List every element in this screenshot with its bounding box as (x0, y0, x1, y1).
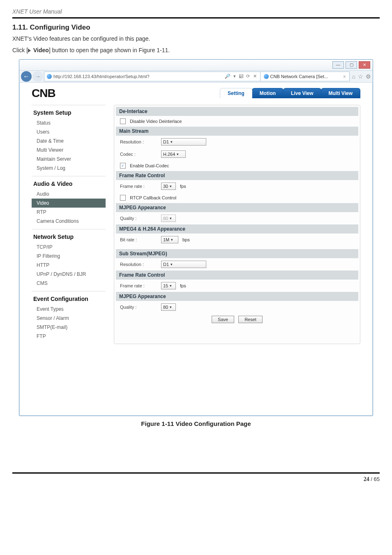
sidebar-item-ip-filtering[interactable]: IP Filtering (32, 252, 106, 261)
window-titlebar: — ▢ ✕ (19, 60, 373, 71)
select-main-resolution[interactable]: D1 (161, 138, 206, 146)
select-bitrate[interactable]: 1M (161, 236, 178, 243)
label-bitrate: Bit rate : (120, 237, 157, 242)
sidebar-head-event-config: Event Configuration (32, 294, 106, 305)
url-text: http://192.168.123.43/html/operator/Setu… (53, 74, 150, 79)
label-frame-rate-main: Frame rate : (120, 184, 157, 189)
sidebar-item-camera-conditions[interactable]: Camera Conditions (32, 217, 106, 226)
sidebar-item-system-log[interactable]: System / Log (32, 164, 106, 173)
select-sub-resolution[interactable]: D1 (161, 261, 206, 268)
reset-button[interactable]: Reset (238, 316, 263, 323)
settings-panel: De-Interlace Disable Video Deinterlace M… (114, 105, 360, 344)
desc2-a: Click [ (12, 47, 28, 53)
sidebar-item-tcpip[interactable]: TCP/IP (32, 243, 106, 252)
label-quality-sub: Quality : (120, 305, 157, 310)
panel-header-frame-rate-main: Frame Rate Control (116, 171, 358, 180)
unit-fps-main: fps (180, 184, 186, 189)
sidebar-item-smtp[interactable]: SMTP(E-mail) (32, 323, 106, 332)
url-tools[interactable]: 🔎 ▾ 🗟 ⟳ ✕ (225, 74, 257, 79)
browser-window: — ▢ ✕ ← → http://192.168.123.43/html/ope… (19, 59, 373, 416)
tab-title: CNB Network Camera [Set... (270, 74, 328, 79)
sidebar-head-network-setup: Network Setup (32, 232, 106, 243)
checkbox-rtcp-callback[interactable] (120, 195, 126, 201)
tools-icon[interactable]: ⚙ (366, 73, 371, 80)
select-sub-framerate[interactable]: 15 (161, 282, 176, 289)
select-codec[interactable]: H.264 (161, 150, 186, 158)
window-close-button[interactable]: ✕ (359, 61, 370, 69)
select-sub-quality[interactable]: 80 (161, 303, 176, 311)
label-rtcp: RTCP Callback Control (130, 195, 176, 200)
tab-close-icon[interactable]: × (343, 74, 346, 79)
window-minimize-button[interactable]: — (332, 61, 344, 69)
panel-header-mjpeg-main: MJPEG Appearance (116, 203, 358, 212)
page-current: 24 (364, 476, 369, 482)
triangle-icon (28, 49, 31, 53)
tab-favicon-icon (264, 74, 269, 79)
tab-multi-view[interactable]: Multi View (321, 88, 360, 98)
favorites-icon[interactable]: ☆ (358, 73, 363, 80)
url-field[interactable]: http://192.168.123.43/html/operator/Setu… (44, 72, 261, 81)
ie-icon (47, 74, 52, 79)
label-quality-main: Quality : (120, 216, 157, 221)
tab-setting[interactable]: Setting (220, 88, 252, 98)
sidebar-item-rtp[interactable]: RTP (32, 208, 106, 217)
page-total: 65 (374, 476, 380, 482)
select-main-quality[interactable]: 80 (161, 215, 176, 222)
doc-header-title: XNET User Manual (12, 8, 380, 18)
section-desc2: Click [ Video] button to open the page s… (12, 46, 380, 55)
sidebar-item-cms[interactable]: CMS (32, 279, 106, 288)
label-enable-dual-codec: Enable Dual-Codec (130, 163, 169, 168)
label-codec: Codec : (120, 152, 157, 157)
home-icon[interactable]: ⌂ (352, 73, 355, 80)
panel-header-mjpeg-sub: MJPEG Appearance (116, 292, 358, 301)
logo: CNB (32, 87, 55, 100)
sidebar-item-video[interactable]: Video (32, 199, 106, 208)
desc2-b: Video (33, 47, 49, 53)
page-footer: 24 / 65 (12, 472, 380, 483)
sidebar-item-ftp[interactable]: FTP (32, 332, 106, 341)
checkbox-enable-dual-codec[interactable]: ✓ (120, 163, 126, 169)
sidebar-item-users[interactable]: Users (32, 127, 106, 136)
browser-tab[interactable]: CNB Network Camera [Set... × (261, 72, 350, 81)
tab-live-view[interactable]: Live View (283, 88, 321, 98)
page-sep: / (369, 476, 374, 482)
panel-header-deinterlace: De-Interlace (116, 107, 358, 116)
unit-fps-sub: fps (180, 283, 186, 288)
section-desc1: XNET's Video features can be configured … (12, 34, 380, 43)
panel-header-frame-rate-sub: Frame Rate Control (116, 271, 358, 280)
sidebar-item-date-time[interactable]: Date & Time (32, 136, 106, 146)
sidebar-item-audio[interactable]: Audio (32, 190, 106, 199)
checkbox-disable-deinterlace[interactable] (120, 118, 126, 124)
sidebar-item-http[interactable]: HTTP (32, 261, 106, 270)
nav-back-button[interactable]: ← (21, 71, 32, 82)
label-resolution: Resolution : (120, 139, 157, 144)
browser-toolbar-right: ⌂ ☆ ⚙ (352, 73, 371, 80)
sidebar: System Setup Status Users Date & Time Mu… (32, 105, 106, 344)
sidebar-item-multi-viewer[interactable]: Multi Viewer (32, 146, 106, 155)
label-disable-deinterlace: Disable Video Deinterlace (130, 119, 182, 124)
sidebar-head-system-setup: System Setup (32, 108, 106, 118)
save-button[interactable]: Save (212, 316, 234, 323)
label-frame-rate-sub: Frame rate : (120, 283, 157, 288)
panel-header-mpeg-main: MPEG4 & H.264 Appearance (116, 224, 358, 234)
panel-header-sub-stream: Sub Stream(MJPEG) (116, 249, 358, 258)
unit-bps: bps (182, 237, 190, 242)
top-nav: CNB Setting Motion Live View Multi View (32, 87, 360, 100)
sidebar-item-sensor-alarm[interactable]: Sensor / Alarm (32, 314, 106, 323)
sidebar-item-status[interactable]: Status (32, 118, 106, 127)
sidebar-head-audio-video: Audio & Video (32, 179, 106, 190)
label-sub-resolution: Resolution : (120, 262, 157, 267)
section-title: 1.11. Configuring Video (12, 23, 380, 32)
tab-bar: Setting Motion Live View Multi View (220, 88, 360, 98)
select-main-framerate[interactable]: 30 (161, 183, 176, 190)
sidebar-item-event-types[interactable]: Event Types (32, 305, 106, 314)
tab-motion[interactable]: Motion (252, 88, 284, 98)
sidebar-item-maintain-server[interactable]: Maintain Server (32, 155, 106, 164)
sidebar-item-upnp-dyndns-bjr[interactable]: UPnP / DynDNS / BJR (32, 270, 106, 279)
figure-caption: Figure 1-11 Video Configuration Page (12, 420, 380, 427)
nav-forward-button[interactable]: → (32, 71, 43, 82)
address-bar: ← → http://192.168.123.43/html/operator/… (19, 71, 373, 83)
desc2-c: ] button to open the page shown in Figur… (49, 47, 170, 53)
window-maximize-button[interactable]: ▢ (346, 61, 357, 69)
panel-header-main-stream: Main Stream (116, 127, 358, 136)
